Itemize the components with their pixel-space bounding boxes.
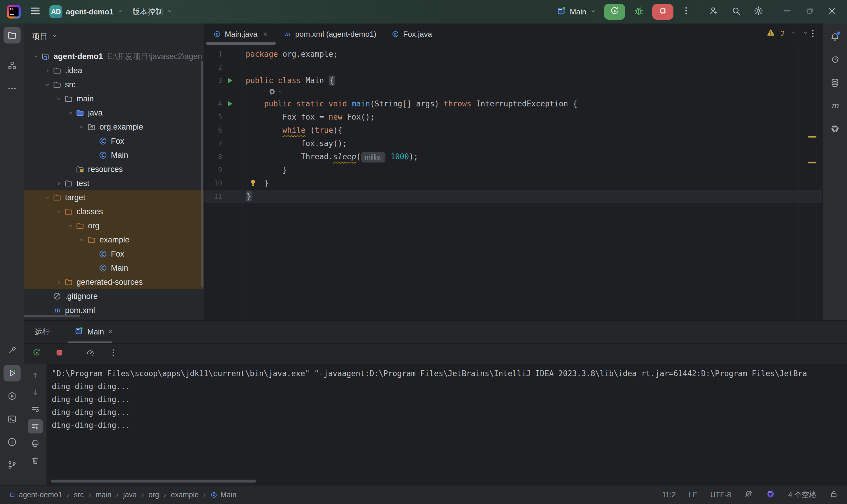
stripe-build-button[interactable] xyxy=(3,342,21,359)
code-line-3[interactable]: 3public class Main { xyxy=(205,74,822,87)
breadcrumb-item[interactable]: org xyxy=(149,490,159,499)
scroll-to-end-button[interactable] xyxy=(28,419,43,433)
next-problem-button[interactable] xyxy=(802,29,809,38)
scroll-down-button[interactable] xyxy=(28,385,43,399)
tree-item-org[interactable]: org xyxy=(24,219,204,233)
breadcrumb-item[interactable]: agent-demo1 xyxy=(19,490,62,499)
close-run-tab-icon[interactable] xyxy=(108,327,114,337)
soft-wrap-button[interactable] xyxy=(28,402,43,416)
error-stripe-warning-mark[interactable] xyxy=(808,136,816,138)
tree-item-example[interactable]: example xyxy=(24,233,204,247)
run-configuration-select[interactable]: Main xyxy=(556,6,597,18)
tree-item-Main[interactable]: CMain xyxy=(24,148,204,162)
stripe-maven-button[interactable]: m xyxy=(826,97,844,114)
main-menu-button[interactable] xyxy=(30,5,40,19)
clear-all-button[interactable] xyxy=(28,453,43,468)
run-tab-main[interactable]: Main xyxy=(68,321,120,343)
tree-item-agent-demo1[interactable]: agent-demo1E:\开发项目\javasec2\agen xyxy=(24,49,204,64)
code-editor[interactable]: 1package org.example;23public class Main… xyxy=(205,45,822,320)
stripe-more-tool-windows-button[interactable] xyxy=(3,80,21,97)
rerun-button[interactable] xyxy=(604,4,625,20)
inspection-widget[interactable]: 2 xyxy=(766,28,809,39)
tree-item-test[interactable]: test xyxy=(24,176,204,191)
tree-item-Fox[interactable]: CFox xyxy=(24,247,204,261)
chevron-down-icon[interactable] xyxy=(67,222,73,229)
stripe-version-control-button[interactable] xyxy=(3,457,21,473)
project-tree-horizontal-scrollbar[interactable] xyxy=(24,315,80,318)
breadcrumb-item[interactable]: java xyxy=(123,490,137,499)
readonly-lock-icon[interactable] xyxy=(829,490,838,500)
project-panel-header[interactable]: 项目 xyxy=(24,23,204,49)
code-line-2[interactable]: 2 xyxy=(205,61,822,74)
rerun-console-button[interactable] xyxy=(29,347,44,361)
chevron-down-icon[interactable] xyxy=(44,82,51,88)
run-line-icon[interactable] xyxy=(226,100,234,108)
close-tab-icon[interactable] xyxy=(262,31,268,37)
tree-item-Main[interactable]: CMain xyxy=(24,261,204,275)
tree-item-.idea[interactable]: .idea xyxy=(24,64,204,77)
profiler-button[interactable] xyxy=(83,347,98,361)
print-button[interactable] xyxy=(28,436,43,451)
tree-item-src[interactable]: src xyxy=(24,77,204,92)
lingma-inlay-icon[interactable] xyxy=(268,88,276,95)
chevron-right-icon[interactable] xyxy=(44,67,51,74)
vcs-menu-button[interactable]: 版本控制 xyxy=(133,7,173,17)
chevron-down-icon[interactable] xyxy=(79,124,85,130)
code-line-6[interactable]: 6 while (true){ xyxy=(205,124,822,137)
stripe-database-button[interactable] xyxy=(826,75,844,91)
code-line-11[interactable]: 11} xyxy=(205,190,822,203)
minimize-button[interactable] xyxy=(780,6,795,18)
lingma-status-icon[interactable] xyxy=(766,489,775,501)
console-output[interactable]: "D:\Program Files\scoop\apps\jdk11\curre… xyxy=(47,364,847,485)
file-encoding[interactable]: UTF-8 xyxy=(710,490,731,499)
caret-position[interactable]: 11:2 xyxy=(662,490,676,499)
code-with-me-button[interactable] xyxy=(706,6,721,18)
line-separator[interactable]: LF xyxy=(689,490,697,499)
indent-setting[interactable]: 4 个空格 xyxy=(788,490,816,500)
chevron-down-icon[interactable] xyxy=(67,110,73,116)
tree-item-java[interactable]: java xyxy=(24,106,204,120)
tree-item-.gitignore[interactable]: .gitignore xyxy=(24,289,204,303)
code-line-7[interactable]: 7 fox.say(); xyxy=(205,137,822,150)
stripe-terminal-button[interactable] xyxy=(3,411,21,427)
stop-console-button[interactable] xyxy=(52,347,67,361)
ai-inlay-hint[interactable] xyxy=(205,87,822,97)
breadcrumb-item[interactable]: Main xyxy=(220,490,236,499)
tab-Main.java[interactable]: CMain.java xyxy=(206,23,276,45)
tab-Fox.java[interactable]: CFox.java xyxy=(384,23,439,45)
chevron-down-icon[interactable] xyxy=(56,95,62,102)
debug-button[interactable] xyxy=(633,5,644,19)
tree-item-generated-sources[interactable]: generated-sources xyxy=(24,275,204,289)
stripe-lingma-button[interactable] xyxy=(826,121,844,137)
breadcrumb-item[interactable]: src xyxy=(74,490,84,499)
breadcrumb-item[interactable]: main xyxy=(96,490,111,499)
close-button[interactable] xyxy=(825,6,839,18)
code-line-8[interactable]: 8 Thread.sleep(millis: 1000); xyxy=(205,150,822,163)
tree-item-Fox[interactable]: CFox xyxy=(24,134,204,148)
stripe-ai-assistant-button[interactable] xyxy=(826,52,844,68)
code-line-5[interactable]: 5 Fox fox = new Fox(); xyxy=(205,110,822,124)
chevron-right-icon[interactable] xyxy=(56,180,62,186)
stripe-problems-button[interactable] xyxy=(3,434,21,450)
maximize-button[interactable] xyxy=(802,6,817,17)
chevron-down-icon[interactable] xyxy=(79,237,85,243)
tree-item-resources[interactable]: resources xyxy=(24,162,204,176)
chevron-down-icon[interactable] xyxy=(44,194,51,201)
code-line-4[interactable]: 4 public static void main(String[] args)… xyxy=(205,97,822,110)
tab-options-button[interactable] xyxy=(808,29,817,40)
chevron-down-icon[interactable] xyxy=(278,89,282,94)
stripe-structure-button[interactable] xyxy=(3,57,21,74)
stop-button[interactable] xyxy=(652,4,673,20)
chevron-down-icon[interactable] xyxy=(33,53,39,60)
error-stripe-warning-mark[interactable] xyxy=(808,162,816,163)
console-horizontal-scrollbar[interactable] xyxy=(51,480,256,483)
chevron-right-icon[interactable] xyxy=(56,279,62,285)
breadcrumb-item[interactable]: example xyxy=(171,490,199,499)
console-more-button[interactable] xyxy=(106,347,121,361)
tree-item-classes[interactable]: classes xyxy=(24,204,204,219)
settings-button[interactable] xyxy=(751,5,766,18)
prev-problem-button[interactable] xyxy=(790,29,797,38)
code-line-10[interactable]: 10 } xyxy=(205,177,822,190)
stripe-project-button[interactable] xyxy=(3,27,21,43)
project-widget[interactable]: AD agent-demo1 xyxy=(49,5,124,18)
